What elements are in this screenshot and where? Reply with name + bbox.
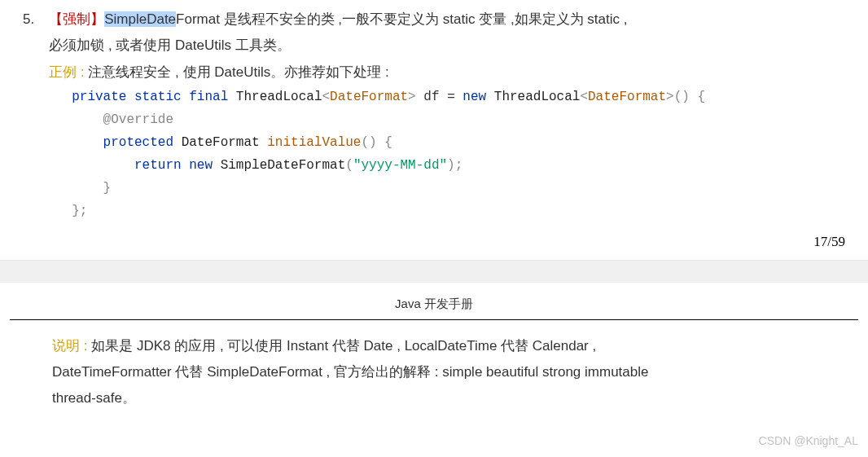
mandatory-tag: 【强制】	[49, 11, 104, 27]
note-line-3: thread-safe。	[52, 385, 816, 411]
example-label: 正例 :	[49, 64, 84, 80]
example-text: 注意线程安全 , 使用 DateUtils。亦推荐如下处理 :	[85, 64, 389, 80]
rule-section: 5. 【强制】SimpleDateFormat 是线程不安全的类 ,一般不要定义…	[0, 0, 868, 226]
note-text-1: 如果是 JDK8 的应用 , 可以使用 Instant 代替 Date , Lo…	[87, 338, 596, 354]
example-line: 正例 : 注意线程安全 , 使用 DateUtils。亦推荐如下处理 :	[49, 59, 848, 86]
page-number: 17/59	[0, 226, 868, 260]
note-section: 说明 : 如果是 JDK8 的应用 , 可以使用 Instant 代替 Date…	[0, 320, 868, 419]
watermark: CSDN @Knight_AL	[759, 430, 858, 452]
highlighted-text[interactable]: SimpleDate	[104, 11, 176, 27]
note-line-1: 说明 : 如果是 JDK8 的应用 , 可以使用 Instant 代替 Date…	[52, 333, 816, 359]
note-label: 说明 :	[52, 338, 87, 354]
code-block: private static final ThreadLocal<DateFor…	[49, 86, 848, 222]
code-line-6: };	[72, 200, 848, 222]
rule-text-line-2: 必须加锁 , 或者使用 DateUtils 工具类。	[49, 33, 848, 59]
document-viewport: 5. 【强制】SimpleDateFormat 是线程不安全的类 ,一般不要定义…	[0, 0, 868, 457]
rule-text-line-1: 【强制】SimpleDateFormat 是线程不安全的类 ,一般不要定义为 s…	[49, 7, 848, 33]
rule-number: 5.	[20, 7, 34, 222]
code-line-2: @Override	[72, 108, 848, 131]
page-break	[0, 260, 868, 283]
code-line-5: }	[72, 177, 848, 200]
page-header-title: Java 开发手册	[10, 283, 858, 320]
note-line-2: DateTimeFormatter 代替 SimpleDateFormat , …	[52, 359, 816, 385]
rule-word-rest: Format	[176, 11, 220, 27]
rule-item-5: 5. 【强制】SimpleDateFormat 是线程不安全的类 ,一般不要定义…	[20, 7, 848, 222]
code-line-1: private static final ThreadLocal<DateFor…	[72, 86, 848, 108]
rule-body: 【强制】SimpleDateFormat 是线程不安全的类 ,一般不要定义为 s…	[49, 7, 848, 222]
rule-text-1: 是线程不安全的类 ,一般不要定义为 static 变量 ,如果定义为 stati…	[220, 11, 628, 27]
code-line-4: return new SimpleDateFormat("yyyy-MM-dd"…	[72, 154, 848, 177]
code-line-3: protected DateFormat initialValue() {	[72, 131, 848, 154]
